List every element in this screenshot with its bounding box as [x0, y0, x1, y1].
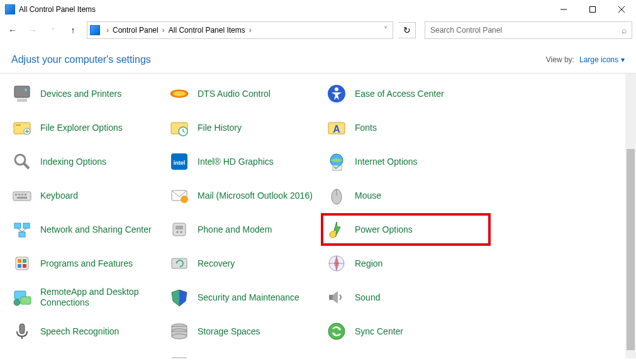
cp-item-label: Phone and Modem: [198, 224, 272, 235]
close-button[interactable]: [607, 0, 636, 19]
scrollbar[interactable]: [625, 74, 636, 358]
sound-icon: [326, 287, 347, 308]
devices-printers-icon: [11, 83, 33, 104]
maximize-button[interactable]: [578, 0, 607, 19]
search-input[interactable]: [430, 26, 618, 35]
cp-item-dts-audio[interactable]: DTS Audio Control: [169, 82, 326, 105]
cp-item-speech[interactable]: Speech Recognition: [11, 320, 169, 343]
keyboard-icon: [11, 185, 33, 206]
cp-item-intel[interactable]: Intel® HD Graphics: [169, 150, 326, 173]
cp-item-label: Network and Sharing Center: [40, 224, 152, 235]
cp-item-security[interactable]: Security and Maintenance: [169, 286, 326, 309]
cp-item-recovery[interactable]: Recovery: [169, 252, 326, 275]
cp-item-fonts[interactable]: Fonts: [326, 116, 483, 139]
remoteapp-icon: [11, 287, 33, 308]
window-controls: [549, 0, 636, 19]
cp-item-sync[interactable]: Sync Center: [326, 320, 483, 343]
cp-item-sound[interactable]: Sound: [326, 286, 483, 309]
cp-item-label: Sound: [355, 292, 380, 303]
back-button[interactable]: ←: [4, 21, 21, 39]
viewby-value: Large icons: [579, 55, 618, 64]
cp-item-devices-printers[interactable]: Devices and Printers: [11, 82, 169, 105]
minimize-button[interactable]: [549, 0, 578, 19]
cp-item-label: Recovery: [198, 258, 235, 269]
refresh-button[interactable]: ↻: [398, 22, 416, 38]
mail-icon: [169, 185, 190, 206]
network-icon: [11, 219, 33, 240]
security-icon: [169, 287, 190, 308]
cp-item-phone[interactable]: Phone and Modem: [169, 218, 326, 241]
cp-item-label: Region: [355, 258, 382, 269]
cp-item-label: Internet Options: [355, 157, 418, 167]
cp-item-keyboard[interactable]: Keyboard: [11, 184, 169, 207]
address-bar[interactable]: › Control Panel › All Control Panel Item…: [87, 21, 393, 39]
cp-item-network[interactable]: Network and Sharing Center: [11, 218, 169, 241]
cp-item-label: Intel® HD Graphics: [198, 157, 274, 167]
intel-icon: [169, 151, 190, 172]
breadcrumb: › Control Panel › All Control Panel Item…: [104, 26, 254, 35]
chevron-down-icon: ▾: [621, 55, 625, 64]
recovery-icon: [169, 253, 190, 274]
touchpad-icon: [326, 355, 347, 358]
ease-access-icon: [326, 83, 347, 104]
indexing-icon: [11, 151, 33, 172]
cp-item-label: Mouse: [355, 190, 381, 201]
crumb-separator[interactable]: ›: [247, 26, 254, 35]
cp-item-region[interactable]: Region: [326, 252, 483, 275]
cp-item-label: Indexing Options: [40, 157, 106, 167]
cp-item-remoteapp[interactable]: RemoteApp and Desktop Connections: [11, 286, 169, 309]
cp-item-taskbar[interactable]: Taskbar and Navigation: [169, 354, 326, 358]
cp-item-label: File Explorer Options: [40, 123, 123, 133]
crumb-separator[interactable]: ›: [160, 26, 167, 35]
cp-item-touchpad[interactable]: Touch Pad: [326, 354, 483, 358]
view-by: View by: Large icons ▾: [546, 55, 625, 64]
cp-item-label: File History: [198, 123, 242, 133]
cp-item-label: Speech Recognition: [40, 326, 119, 337]
cp-item-label: Keyboard: [40, 190, 78, 201]
recent-locations-button[interactable]: ˅: [44, 21, 62, 39]
cp-item-label: Mail (Microsoft Outlook 2016): [198, 190, 313, 201]
cp-item-label: Programs and Features: [40, 258, 133, 269]
cp-item-label: Storage Spaces: [198, 326, 260, 337]
search-icon[interactable]: ⌕: [622, 25, 627, 35]
cp-item-power[interactable]: Power Options: [321, 213, 491, 246]
up-button[interactable]: ↑: [64, 21, 82, 39]
sync-icon: [326, 321, 347, 342]
speech-icon: [11, 321, 33, 342]
cp-item-file-explorer[interactable]: File Explorer Options: [11, 116, 169, 139]
viewby-label: View by:: [546, 55, 574, 64]
cp-item-mouse[interactable]: Mouse: [326, 184, 483, 207]
search-box[interactable]: ⌕: [425, 21, 632, 39]
region-icon: [326, 253, 347, 274]
page-title: Adjust your computer's settings: [11, 54, 151, 65]
viewby-dropdown[interactable]: Large icons ▾: [579, 55, 625, 64]
cp-item-label: Devices and Printers: [40, 89, 121, 99]
cp-item-storage[interactable]: Storage Spaces: [169, 320, 326, 343]
file-explorer-icon: [11, 117, 33, 138]
address-dropdown-button[interactable]: ˅: [381, 26, 390, 35]
breadcrumb-item[interactable]: All Control Panel Items: [167, 26, 247, 35]
breadcrumb-item[interactable]: Control Panel: [111, 26, 160, 35]
cp-item-internet[interactable]: Internet Options: [326, 150, 483, 173]
cp-item-programs[interactable]: Programs and Features: [11, 252, 169, 275]
cp-item-label: DTS Audio Control: [198, 89, 271, 99]
cp-item-label: Security and Maintenance: [198, 292, 299, 303]
cp-item-system[interactable]: System: [11, 354, 169, 358]
cp-item-file-history[interactable]: File History: [169, 116, 326, 139]
crumb-separator[interactable]: ›: [104, 26, 111, 35]
mouse-icon: [326, 185, 347, 206]
taskbar-icon: [169, 355, 190, 358]
file-history-icon: [169, 117, 190, 138]
cp-item-label: RemoteApp and Desktop Connections: [40, 287, 160, 308]
programs-icon: [11, 253, 33, 274]
cp-item-label: Ease of Access Center: [355, 89, 444, 99]
storage-icon: [169, 321, 190, 342]
system-icon: [11, 355, 33, 358]
cp-item-ease-access[interactable]: Ease of Access Center: [326, 82, 483, 105]
cp-item-mail[interactable]: Mail (Microsoft Outlook 2016): [169, 184, 326, 207]
address-icon: [90, 25, 100, 35]
scrollbar-thumb[interactable]: [627, 149, 635, 350]
titlebar: All Control Panel Items: [0, 0, 636, 19]
cp-item-indexing[interactable]: Indexing Options: [11, 150, 169, 173]
cp-item-label: Power Options: [355, 224, 413, 235]
